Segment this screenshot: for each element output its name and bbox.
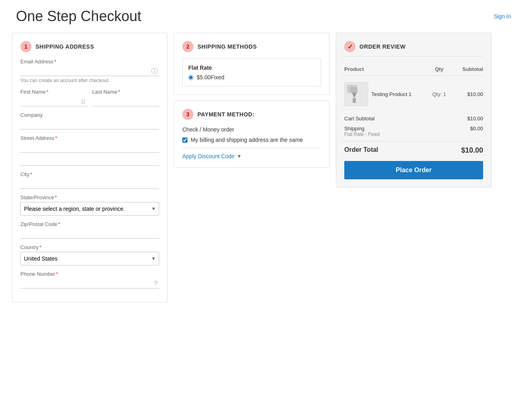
svg-rect-1 <box>350 87 357 93</box>
billing-same-label[interactable]: My billing and shipping address are the … <box>191 137 303 143</box>
col-product-header: Product <box>344 66 427 72</box>
first-name-input[interactable] <box>20 96 87 106</box>
order-review-title: ORDER REVIEW <box>359 43 406 50</box>
company-input[interactable] <box>20 120 159 130</box>
svg-marker-2 <box>352 93 357 98</box>
shipping-label: Shipping <box>344 126 365 131</box>
phone-info-icon[interactable]: ? <box>154 280 158 287</box>
shipping-address-panel: 1 SHIPPING ADDRESS Email Address* ⓘ You … <box>12 33 168 302</box>
cart-subtotal-value: $10.00 <box>467 116 483 122</box>
street-input-2[interactable] <box>20 156 159 166</box>
shipping-methods-header: 2 SHIPPING METHODS <box>182 41 321 52</box>
order-total-label: Order Total <box>344 146 378 155</box>
product-price: $10.00 <box>451 91 483 97</box>
checkout-container: 1 SHIPPING ADDRESS Email Address* ⓘ You … <box>0 29 527 314</box>
place-order-button[interactable]: Place Order <box>344 161 483 179</box>
state-field: State/Province* Please select a region, … <box>20 194 159 216</box>
product-name: Testing Product 1 <box>371 91 427 97</box>
first-name-input-wrapper: ☷ <box>20 96 87 106</box>
flat-rate-option: $5.00Fixed <box>188 74 315 80</box>
shipping-methods-panel: 2 SHIPPING METHODS Flat Rate $5.00Fixed <box>174 33 330 95</box>
discount-link[interactable]: Apply Discount Code <box>182 153 235 159</box>
flat-rate-label[interactable]: $5.00Fixed <box>197 74 224 80</box>
phone-field: Phone Number* ? <box>20 271 159 289</box>
shipping-address-title: SHIPPING ADDRESS <box>36 43 94 50</box>
zip-field: Zip/Postal Code* <box>20 221 159 239</box>
flat-rate-group: Flat Rate $5.00Fixed <box>182 59 321 86</box>
payment-method-title: PAYMENT METHOD: <box>197 111 255 118</box>
first-name-label: First Name* <box>20 89 87 95</box>
city-field: City* <box>20 171 159 189</box>
city-label: City* <box>20 171 159 177</box>
street-field: Street Address* <box>20 135 159 166</box>
grand-total-row: Order Total $10.00 <box>344 141 483 155</box>
col-subtotal-header: Subtotal <box>451 66 483 72</box>
company-row: Company <box>20 112 159 130</box>
company-field: Company <box>20 112 159 130</box>
flat-rate-radio[interactable] <box>188 75 193 80</box>
phone-input-wrapper: ? <box>20 279 159 289</box>
order-review-number: ✓ <box>344 41 355 52</box>
order-totals: Cart Subtotal $10.00 Shipping $0.00 Flat… <box>344 110 483 155</box>
state-row: State/Province* Please select a region, … <box>20 194 159 216</box>
email-info-icon[interactable]: ⓘ <box>151 67 158 75</box>
discount-chevron-icon: ▼ <box>237 153 242 159</box>
city-row: City* <box>20 171 159 189</box>
order-table-header: Product Qty Subtotal <box>344 63 483 76</box>
sign-in-link[interactable]: Sign In <box>493 13 511 20</box>
order-total-value: $10.00 <box>461 146 483 155</box>
city-input[interactable] <box>20 179 159 189</box>
email-hint: You can create an account after checkout… <box>20 78 159 83</box>
zip-input[interactable] <box>20 229 159 239</box>
middle-column: 2 SHIPPING METHODS Flat Rate $5.00Fixed … <box>174 33 330 168</box>
first-name-field: First Name* ☷ <box>20 89 87 106</box>
phone-label: Phone Number* <box>20 271 159 277</box>
street-row: Street Address* <box>20 135 159 166</box>
country-select-wrapper: United States ▼ <box>20 252 159 265</box>
zip-row: Zip/Postal Code* <box>20 221 159 239</box>
email-input-wrapper: ⓘ <box>20 66 159 76</box>
state-select[interactable]: Please select a region, state or provinc… <box>20 202 159 216</box>
name-row: First Name* ☷ Last Name* <box>20 89 159 106</box>
shipping-label-row: Shipping $0.00 <box>344 126 483 131</box>
billing-same-checkbox[interactable] <box>182 137 188 143</box>
zip-label: Zip/Postal Code* <box>20 221 159 227</box>
email-field-wrapper: Email Address* ⓘ You can create an accou… <box>20 59 159 83</box>
last-name-input[interactable] <box>92 96 159 106</box>
payment-method-header: 3 PAYMENT METHOD: <box>182 109 321 120</box>
payment-method-name: Check / Money order <box>182 126 321 133</box>
shipping-methods-number: 2 <box>182 41 193 52</box>
email-label: Email Address* <box>20 59 159 65</box>
email-row: Email Address* ⓘ You can create an accou… <box>20 59 159 83</box>
col-qty-header: Qty <box>427 66 451 72</box>
shipping-value: $0.00 <box>470 126 483 131</box>
flat-rate-title: Flat Rate <box>188 65 315 71</box>
billing-same-row: My billing and shipping address are the … <box>182 137 321 143</box>
state-select-wrapper: Please select a region, state or provinc… <box>20 202 159 216</box>
last-name-field: Last Name* <box>92 89 159 106</box>
country-row: Country* United States ▼ <box>20 244 159 265</box>
order-review-header: ✓ ORDER REVIEW <box>344 41 483 57</box>
svg-rect-3 <box>353 98 356 103</box>
payment-method-panel: 3 PAYMENT METHOD: Check / Money order My… <box>174 100 330 168</box>
country-select[interactable]: United States <box>20 252 159 265</box>
street-label: Street Address* <box>20 135 159 141</box>
cart-subtotal-label: Cart Subtotal <box>344 116 375 122</box>
state-label: State/Province* <box>20 194 159 200</box>
country-label: Country* <box>20 244 159 250</box>
product-qty: Qty: 1 <box>427 91 451 97</box>
email-input[interactable] <box>20 66 159 76</box>
shipping-address-number: 1 <box>20 41 32 52</box>
cart-subtotal-row: Cart Subtotal $10.00 <box>344 114 483 124</box>
discount-row: Apply Discount Code ▼ <box>182 148 321 159</box>
shipping-total-row: Shipping $0.00 Flat Rate - Fixed <box>344 124 483 139</box>
phone-row: Phone Number* ? <box>20 271 159 289</box>
company-label: Company <box>20 112 159 118</box>
payment-method-number: 3 <box>182 109 193 120</box>
country-field: Country* United States ▼ <box>20 244 159 265</box>
phone-input[interactable] <box>20 279 159 289</box>
product-thumbnail <box>344 82 368 106</box>
shipping-methods-title: SHIPPING METHODS <box>197 43 257 50</box>
order-item: Testing Product 1 Qty: 1 $10.00 <box>344 79 483 110</box>
street-input-1[interactable] <box>20 143 159 153</box>
